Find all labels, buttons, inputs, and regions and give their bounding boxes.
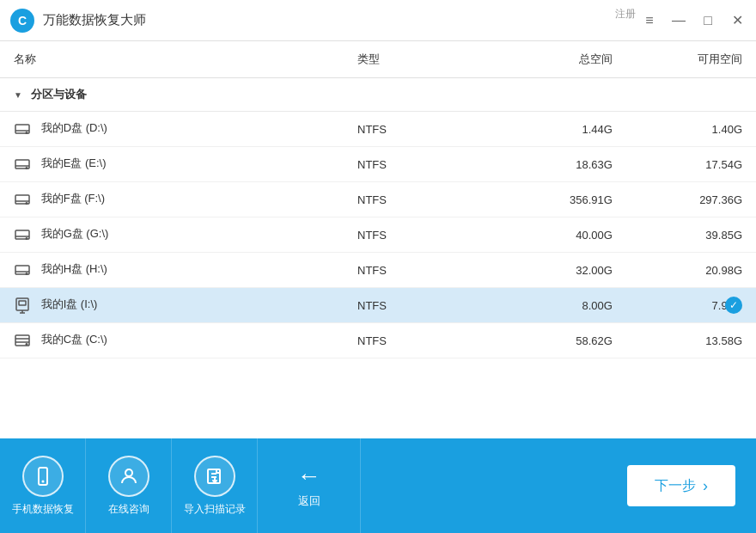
drive-total: 18.63G [576, 158, 613, 171]
svg-point-22 [26, 344, 27, 346]
drive-type-cell: NTFS [344, 217, 497, 253]
col-total: 总空间 [497, 41, 626, 78]
table-row[interactable]: 我的H盘 (H:\) NTFS 32.00G 20.98G [0, 253, 756, 288]
back-label: 返回 [298, 493, 320, 509]
drive-icon [14, 332, 31, 349]
drive-total-cell: 18.63G [497, 147, 626, 182]
group-arrow: ▼ [14, 90, 22, 100]
drive-type: NTFS [357, 334, 387, 347]
drive-total: 8.00G [582, 299, 612, 312]
drive-name: 我的E盘 (E:\) [41, 156, 107, 169]
table-row[interactable]: 我的I盘 (I:\) NTFS 8.00G 7.91G ✓ [0, 288, 756, 323]
menu-button[interactable]: ≡ [637, 9, 662, 33]
drive-name: 我的G盘 (G:\) [41, 227, 109, 240]
drive-name: 我的D盘 (D:\) [41, 121, 107, 134]
next-button[interactable]: 下一步 › [627, 465, 735, 506]
drive-type: NTFS [357, 158, 387, 171]
drive-total-cell: 1.44G [497, 112, 626, 147]
drive-icon [14, 191, 31, 208]
drive-free-cell: 13.58G [626, 323, 756, 358]
drive-name-cell: 我的F盘 (F:\) [0, 182, 344, 217]
drive-name-cell: 我的C盘 (C:\) [0, 323, 344, 358]
drive-total: 1.44G [582, 123, 612, 136]
drive-total: 32.00G [576, 264, 613, 277]
drive-free-cell: 17.54G [626, 147, 756, 182]
toolbar-left: 手机数据恢复 在线咨询 [0, 438, 361, 533]
col-name: 名称 [0, 41, 344, 78]
phone-recovery-icon [22, 456, 64, 497]
drive-icon [14, 226, 31, 243]
import-scan-button[interactable]: 导入扫描记录 [172, 438, 258, 533]
title-bar: C 万能数据恢复大师 注册 ≡ — □ ✕ [0, 0, 756, 41]
table-row[interactable]: 我的D盘 (D:\) NTFS 1.44G 1.40G [0, 112, 756, 147]
back-button[interactable]: ← 返回 [258, 438, 361, 533]
drive-free-cell: 297.36G [626, 182, 756, 217]
drive-free: 13.58G [705, 334, 742, 347]
drive-name-cell: 我的G盘 (G:\) [0, 217, 344, 253]
drive-name: 我的H盘 (H:\) [41, 262, 107, 275]
svg-point-25 [125, 469, 132, 476]
online-consult-icon [108, 456, 149, 497]
close-button[interactable]: ✕ [725, 9, 749, 33]
drive-name-cell: 我的D盘 (D:\) [0, 112, 344, 147]
drive-type: NTFS [357, 193, 387, 206]
online-consult-label: 在线咨询 [108, 502, 149, 517]
drive-free: 17.54G [705, 158, 742, 171]
drive-type: NTFS [357, 299, 387, 312]
online-consult-button[interactable]: 在线咨询 [86, 438, 172, 533]
phone-recovery-label: 手机数据恢复 [12, 502, 74, 517]
table-container: 名称 类型 总空间 可用空间 ▼ 分区与设备 我的D盘 (D:\ [0, 41, 756, 438]
drive-free: 297.36G [699, 193, 742, 206]
drive-free: 1.40G [712, 123, 742, 136]
drive-icon [14, 120, 31, 138]
table-row[interactable]: 我的G盘 (G:\) NTFS 40.00G 39.85G [0, 217, 756, 253]
drive-type-cell: NTFS [344, 182, 497, 217]
table-row[interactable]: 我的E盘 (E:\) NTFS 18.63G 17.54G [0, 147, 756, 182]
svg-point-11 [26, 238, 27, 240]
restore-button[interactable]: □ [696, 9, 720, 33]
drive-free-cell: 1.40G [626, 112, 756, 147]
group-label: 分区与设备 [31, 88, 87, 101]
main-content: 名称 类型 总空间 可用空间 ▼ 分区与设备 我的D盘 (D:\ [0, 41, 756, 438]
drive-total-cell: 40.00G [497, 217, 626, 253]
drive-total: 356.91G [570, 193, 613, 206]
drive-type: NTFS [357, 229, 387, 242]
drive-icon [14, 156, 31, 173]
drive-total-cell: 32.00G [497, 253, 626, 288]
back-arrow-icon: ← [297, 463, 321, 490]
drive-type-cell: NTFS [344, 147, 497, 182]
next-label: 下一步 [655, 477, 696, 495]
drive-name-cell: 我的E盘 (E:\) [0, 147, 344, 182]
drive-type-cell: NTFS [344, 288, 497, 323]
drive-total: 40.00G [576, 229, 613, 242]
table-row[interactable]: 我的F盘 (F:\) NTFS 356.91G 297.36G [0, 182, 756, 217]
drive-total-cell: 58.62G [497, 323, 626, 358]
drive-type: NTFS [357, 264, 387, 277]
drive-name: 我的I盘 (I:\) [41, 297, 98, 310]
app-title: 万能数据恢复大师 [43, 12, 146, 28]
table-row[interactable]: 我的C盘 (C:\) NTFS 58.62G 13.58G [0, 323, 756, 358]
col-type: 类型 [344, 41, 497, 78]
app-logo: C [10, 9, 34, 33]
drive-free-cell: 20.98G [626, 253, 756, 288]
svg-point-8 [26, 203, 27, 205]
drive-free: 20.98G [705, 264, 742, 277]
drive-icon [14, 261, 31, 279]
drive-type-cell: NTFS [344, 253, 497, 288]
register-link[interactable]: 注册 [615, 7, 636, 21]
drive-total-cell: 356.91G [497, 182, 626, 217]
drive-type-cell: NTFS [344, 323, 497, 358]
minimize-button[interactable]: — [667, 9, 691, 33]
drive-total: 58.62G [576, 334, 613, 347]
phone-recovery-button[interactable]: 手机数据恢复 [0, 438, 86, 533]
drive-name-cell: 我的I盘 (I:\) [0, 288, 344, 323]
svg-point-2 [26, 132, 27, 134]
table-header-row: 名称 类型 总空间 可用空间 [0, 41, 756, 78]
drive-free: 39.85G [705, 229, 742, 242]
drive-total-cell: 8.00G [497, 288, 626, 323]
svg-point-5 [26, 168, 27, 169]
drive-name: 我的F盘 (F:\) [41, 192, 105, 205]
selected-check-icon: ✓ [725, 297, 742, 314]
group-header: ▼ 分区与设备 [0, 78, 756, 112]
drive-type-cell: NTFS [344, 112, 497, 147]
